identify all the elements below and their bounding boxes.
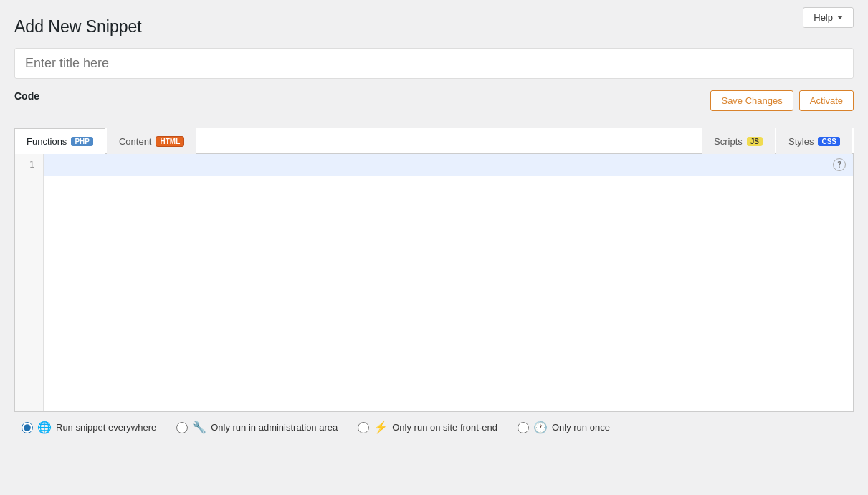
tab-functions-label: Functions xyxy=(27,136,67,147)
run-option-admin[interactable]: 🔧 Only run in administration area xyxy=(176,420,338,434)
wrench-icon: 🔧 xyxy=(192,420,206,434)
run-once-label: Only run once xyxy=(552,422,610,433)
tab-scripts[interactable]: Scripts JS xyxy=(702,128,775,154)
tab-styles-badge: CSS xyxy=(818,137,840,146)
code-section: Code Save Changes Activate Functions PHP… xyxy=(14,90,854,443)
radio-once[interactable] xyxy=(518,422,529,433)
tab-content-badge: HTML xyxy=(156,136,184,147)
clock-icon: 🕐 xyxy=(533,420,548,434)
tab-styles[interactable]: Styles CSS xyxy=(776,128,852,154)
run-admin-label: Only run in administration area xyxy=(211,422,338,433)
save-changes-button[interactable]: Save Changes xyxy=(710,90,793,111)
editor-help-icon[interactable]: ? xyxy=(833,158,846,171)
run-everywhere-label: Run snippet everywhere xyxy=(56,422,156,433)
line-number-1: 1 xyxy=(24,160,34,170)
page-title: Add New Snippet xyxy=(14,17,854,37)
tabs-right: Scripts JS Styles CSS xyxy=(702,128,854,153)
tab-functions[interactable]: Functions PHP xyxy=(14,128,105,154)
lightning-icon: ⚡ xyxy=(373,420,388,434)
chevron-down-icon xyxy=(837,16,843,19)
tab-scripts-badge: JS xyxy=(747,137,763,146)
snippet-title-input[interactable] xyxy=(14,48,854,79)
help-button-container: Help xyxy=(803,7,854,28)
globe-icon: 🌐 xyxy=(37,420,52,434)
run-option-frontend[interactable]: ⚡ Only run on site front-end xyxy=(358,420,497,434)
tab-content[interactable]: Content HTML xyxy=(107,128,196,154)
run-option-once[interactable]: 🕐 Only run once xyxy=(518,420,610,434)
radio-everywhere[interactable] xyxy=(22,422,33,433)
help-button-label: Help xyxy=(814,12,833,23)
bottom-bar: 🌐 Run snippet everywhere 🔧 Only run in a… xyxy=(14,412,854,443)
tabs-bar: Functions PHP Content HTML Scripts JS St… xyxy=(14,128,854,154)
code-first-line: ? xyxy=(44,154,853,176)
run-option-everywhere[interactable]: 🌐 Run snippet everywhere xyxy=(22,420,156,434)
line-numbers: 1 xyxy=(15,154,44,411)
run-frontend-label: Only run on site front-end xyxy=(392,422,497,433)
help-button[interactable]: Help xyxy=(803,7,854,28)
tab-scripts-label: Scripts xyxy=(714,136,743,147)
radio-admin[interactable] xyxy=(176,422,188,433)
code-active-line xyxy=(49,157,847,173)
code-editor-wrapper: 1 ? xyxy=(14,154,854,412)
activate-button[interactable]: Activate xyxy=(799,90,854,111)
tab-styles-label: Styles xyxy=(788,136,814,147)
code-actions: Save Changes Activate xyxy=(710,90,854,111)
page-wrapper: Help Add New Snippet Code Save Changes A… xyxy=(0,0,868,495)
tab-functions-badge: PHP xyxy=(71,137,93,146)
code-content[interactable]: ? xyxy=(44,154,853,411)
tab-content-label: Content xyxy=(119,136,152,147)
tabs-left: Functions PHP Content HTML xyxy=(14,128,198,153)
radio-frontend[interactable] xyxy=(358,422,369,433)
